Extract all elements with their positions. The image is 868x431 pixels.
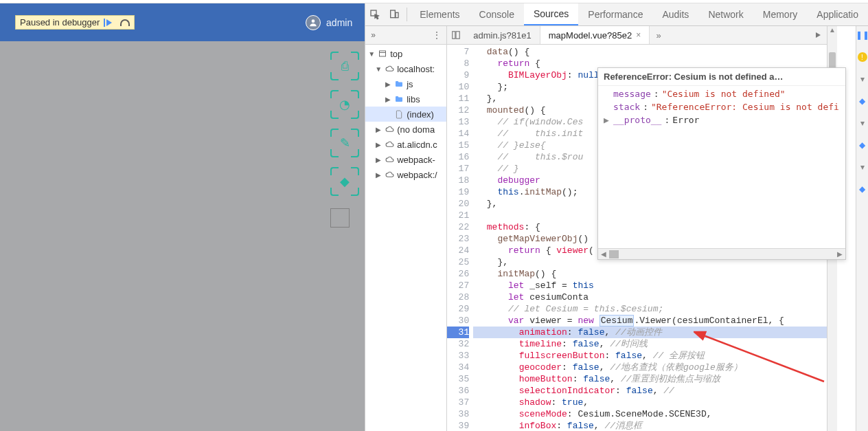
prev-tab-icon[interactable] [447, 26, 465, 44]
breakpoint-icon-2[interactable]: ◆ [858, 140, 867, 150]
section-toggle-1[interactable]: ▾ [858, 74, 867, 84]
file-tab[interactable]: mapModel.vue?85e2× [540, 26, 650, 44]
tool-btn-5[interactable] [330, 208, 350, 228]
tool-btn-3[interactable]: ✎ [330, 129, 359, 157]
error-tooltip-scrollbar[interactable]: ◀▶ [598, 248, 845, 259]
app-pane: Paused in debugger admin ⎙ ◔ ✎ ◆ [0, 3, 365, 431]
paused-label: Paused in debugger [20, 17, 100, 27]
more-files-icon[interactable]: » [650, 26, 667, 44]
close-icon[interactable]: × [636, 30, 641, 40]
tree-item[interactable]: ▼top [365, 46, 446, 61]
devtools-tab-performance[interactable]: Performance [578, 3, 652, 25]
error-message-value: "Cesium is not defined" [662, 89, 786, 99]
resume-icon[interactable] [104, 19, 112, 27]
tree-item[interactable]: ▶js [365, 76, 446, 91]
navigator-menu-icon[interactable]: ⋮ [433, 30, 441, 40]
debug-sidebar-collapsed: ❚❚ ! ▾ ◆ ▾ ◆ ▾ ◆ [856, 26, 868, 431]
navigator-header: » ⋮ [365, 26, 446, 45]
run-snippet-icon[interactable] [809, 26, 827, 44]
tree-item[interactable]: ▶libs [365, 91, 446, 107]
section-toggle-2[interactable]: ▾ [858, 118, 867, 128]
devtools-tab-memory[interactable]: Memory [753, 3, 808, 25]
tree-item[interactable]: ▶(no doma [365, 122, 446, 137]
username-label: admin [326, 17, 352, 28]
error-message-key: message [613, 89, 651, 99]
file-tabs: admin.js?81e1mapModel.vue?85e2× » [447, 26, 827, 45]
error-proto-key: __proto__ [613, 115, 661, 125]
svg-rect-3 [396, 12, 398, 17]
line-gutter: 7891011121314151617181920212223242526272… [447, 45, 473, 431]
error-proto-value: Error [672, 115, 699, 125]
tool-btn-2[interactable]: ◔ [330, 90, 359, 119]
error-stack-key: stack [613, 102, 640, 112]
devtools-tab-audits[interactable]: Audits [652, 3, 698, 25]
floating-toolbox: ⎙ ◔ ✎ ◆ [330, 52, 359, 228]
svg-rect-4 [380, 51, 386, 56]
tree-item[interactable]: (index) [365, 107, 446, 122]
file-tree[interactable]: ▼top▼localhost:▶js▶libs(index)▶(no doma▶… [365, 45, 446, 431]
svg-rect-2 [391, 10, 396, 18]
svg-point-0 [312, 19, 315, 23]
warning-badge-icon[interactable]: ! [858, 52, 867, 62]
tree-item[interactable]: ▶at.alicdn.c [365, 137, 446, 152]
tool-btn-4[interactable]: ◆ [330, 167, 359, 196]
avatar [306, 15, 321, 30]
app-header: Paused in debugger admin [0, 3, 365, 41]
svg-marker-8 [816, 32, 821, 38]
devtools-tab-elements[interactable]: Elements [410, 3, 469, 25]
devtools-tabs: ElementsConsoleSourcesPerformanceAuditsN… [365, 3, 868, 26]
error-tooltip: ReferenceError: Cesium is not defined a…… [597, 67, 846, 260]
svg-rect-7 [456, 32, 459, 39]
device-icon[interactable] [385, 3, 404, 25]
section-toggle-3[interactable]: ▾ [858, 162, 867, 172]
user-area[interactable]: admin [306, 15, 352, 30]
devtools-tab-sources[interactable]: Sources [524, 3, 578, 25]
svg-rect-6 [453, 32, 455, 39]
step-over-icon[interactable] [120, 19, 130, 26]
tool-btn-1[interactable]: ⎙ [330, 52, 359, 80]
devtools-tab-console[interactable]: Console [470, 3, 524, 25]
inspect-icon[interactable] [365, 3, 385, 25]
breakpoint-icon[interactable]: ◆ [858, 96, 867, 106]
devtools-tab-network[interactable]: Network [698, 3, 753, 25]
pause-indicator-icon[interactable]: ❚❚ [858, 30, 867, 40]
breakpoint-icon-3[interactable]: ◆ [858, 184, 867, 194]
tree-item[interactable]: ▶webpack:/ [365, 167, 446, 182]
file-tab[interactable]: admin.js?81e1 [465, 26, 540, 44]
devtools-tab-applicatio[interactable]: Applicatio [807, 3, 868, 25]
tree-item[interactable]: ▼localhost: [365, 61, 446, 76]
debugger-paused-badge[interactable]: Paused in debugger [15, 15, 135, 30]
more-tabs-icon[interactable]: » [371, 30, 376, 40]
tree-item[interactable]: ▶webpack- [365, 152, 446, 167]
navigator-panel: » ⋮ ▼top▼localhost:▶js▶libs(index)▶(no d… [365, 26, 447, 431]
error-tooltip-header: ReferenceError: Cesium is not defined a… [598, 68, 845, 86]
error-stack-value: "ReferenceError: Cesium is not defi [651, 102, 839, 112]
